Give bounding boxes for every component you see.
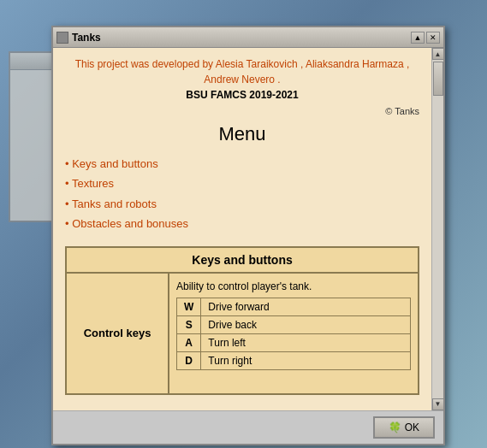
keys-section-body: Control keys Ability to control player's…: [67, 274, 418, 393]
ability-cell: Ability to control player's tank. W Driv…: [169, 274, 418, 393]
action-turn-left: Turn left: [201, 333, 411, 351]
scroll-up-button[interactable]: ▲: [432, 48, 444, 60]
table-row: D Turn right: [177, 351, 411, 369]
close-button[interactable]: ✕: [426, 32, 440, 44]
ok-button[interactable]: 🍀 OK: [373, 416, 435, 439]
key-w: W: [177, 298, 201, 315]
main-window: Tanks ▲ ✕ This project was developed by …: [51, 26, 445, 445]
table-row: A Turn left: [177, 333, 411, 351]
content-area: This project was developed by Alesia Tar…: [53, 48, 431, 410]
minimize-button[interactable]: ▲: [411, 32, 425, 44]
titlebar-left: Tanks: [56, 32, 101, 44]
scrollbar: ▲ ▼: [431, 48, 443, 410]
window-footer: 🍀 OK: [53, 410, 443, 444]
menu-item-keys: Keys and buttons: [65, 154, 419, 174]
key-d: D: [177, 351, 201, 369]
window-body: This project was developed by Alesia Tar…: [53, 48, 443, 410]
scroll-thumb[interactable]: [433, 62, 443, 96]
key-a: A: [177, 333, 201, 351]
keys-section: Keys and buttons Control keys Ability to…: [65, 246, 419, 395]
window-icon: [56, 32, 68, 44]
ok-icon: 🍀: [389, 421, 401, 433]
desktop: Tanks ▲ ✕ This project was developed by …: [0, 0, 487, 448]
ok-label: OK: [405, 421, 419, 433]
titlebar: Tanks ▲ ✕: [53, 27, 443, 48]
action-turn-right: Turn right: [201, 351, 411, 369]
table-row: S Drive back: [177, 315, 411, 333]
action-drive-forward: Drive forward: [201, 298, 411, 315]
menu-item-tanks: Tanks and robots: [65, 194, 419, 214]
key-s: S: [177, 315, 201, 333]
window-title: Tanks: [72, 32, 101, 44]
credits-bsu: BSU FAMCS 2019-2021: [186, 89, 298, 101]
menu-item-obstacles: Obstacles and bonuses: [65, 214, 419, 233]
credits-intro: This project was developed by: [75, 58, 213, 70]
table-row: W Drive forward: [177, 298, 411, 315]
menu-title: Menu: [65, 123, 419, 145]
action-drive-back: Drive back: [201, 315, 411, 333]
menu-list: Keys and buttons Textures Tanks and robo…: [65, 154, 419, 234]
titlebar-buttons: ▲ ✕: [411, 32, 440, 44]
keys-table: W Drive forward S Drive back A: [176, 298, 411, 370]
scroll-down-button[interactable]: ▼: [432, 398, 444, 410]
control-keys-label: Control keys: [67, 274, 169, 393]
ability-title: Ability to control player's tank.: [176, 280, 411, 292]
copyright: © Tanks: [65, 106, 419, 116]
credits-authors: Alesia Taraikovich , Aliaksandra Harmaza…: [204, 58, 409, 85]
background-window: [9, 51, 56, 222]
keys-section-header: Keys and buttons: [67, 248, 418, 274]
credits-block: This project was developed by Alesia Tar…: [65, 56, 419, 103]
menu-item-textures: Textures: [65, 174, 419, 193]
